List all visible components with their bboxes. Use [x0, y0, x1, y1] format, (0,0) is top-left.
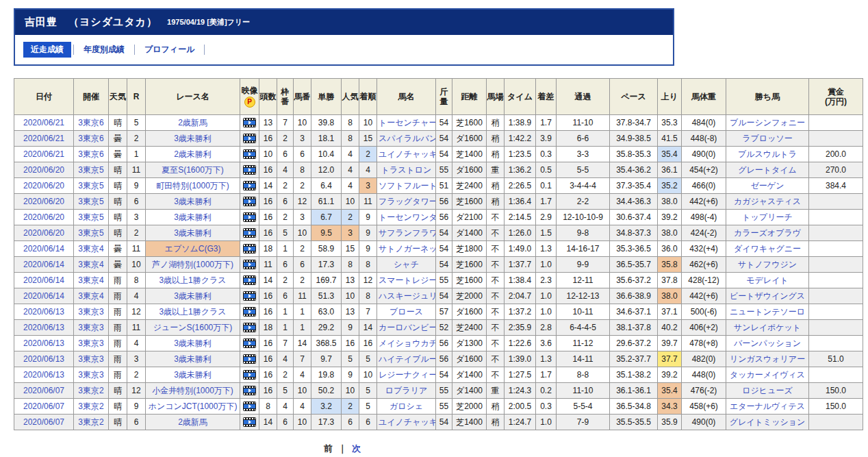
date-link[interactable]: 2020/06/13 — [23, 307, 64, 317]
date-link[interactable]: 2020/06/07 — [23, 417, 64, 427]
winner-link[interactable]: リンガスウォリアー — [730, 354, 805, 364]
horse-link[interactable]: トラストロン — [381, 165, 432, 175]
venue-link[interactable]: 3東京3 — [78, 338, 103, 348]
venue-link[interactable]: 3東京2 — [78, 417, 103, 427]
video-icon[interactable] — [243, 338, 256, 348]
race_name-link[interactable]: 3歳以上1勝クラス — [159, 307, 226, 317]
video-icon[interactable] — [243, 134, 256, 143]
horse-link[interactable]: ブロース — [390, 307, 423, 317]
video-icon[interactable] — [243, 149, 256, 159]
winner-link[interactable]: サトノフウジン — [738, 260, 797, 269]
video-icon[interactable] — [243, 260, 256, 269]
horse-link[interactable]: トーセンワンダー — [379, 212, 436, 222]
race_name-link[interactable]: 3歳未勝利 — [174, 354, 212, 364]
race_name-link[interactable]: ジューンS(1600万下) — [153, 323, 233, 332]
video-icon[interactable] — [243, 165, 256, 175]
race_name-link[interactable]: 3歳未勝利 — [174, 228, 212, 238]
race_name-link[interactable]: 3歳未勝利 — [174, 291, 212, 301]
venue-link[interactable]: 3東京5 — [78, 165, 103, 175]
winner-link[interactable]: カガジャスティス — [734, 197, 801, 206]
race_name-link[interactable]: 3歳以上1勝クラス — [159, 275, 226, 285]
horse-link[interactable]: ハスキージュリー — [379, 291, 436, 301]
winner-link[interactable]: ゼーゲン — [751, 181, 784, 190]
horse-link[interactable]: スパイラルバンブー — [379, 134, 436, 143]
race_name-link[interactable]: 3歳未勝利 — [174, 370, 212, 380]
winner-link[interactable]: ブルーシンフォニー — [730, 118, 805, 127]
video-icon[interactable] — [243, 386, 256, 395]
video-icon[interactable] — [243, 323, 256, 332]
video-icon[interactable] — [243, 181, 256, 190]
winner-link[interactable]: ニュートンテソーロ — [730, 307, 805, 317]
horse-link[interactable]: カーロバンビーナ — [379, 323, 436, 332]
video-icon[interactable] — [243, 291, 256, 301]
video-icon[interactable] — [243, 370, 256, 380]
horse-link[interactable]: ユイノチャッキー — [379, 149, 436, 159]
winner-link[interactable]: モデレイト — [746, 275, 788, 285]
venue-link[interactable]: 3東京3 — [78, 354, 103, 364]
date-link[interactable]: 2020/06/20 — [23, 197, 64, 206]
tab-yearly-results[interactable]: 年度別成績 — [76, 42, 132, 58]
venue-link[interactable]: 3東京2 — [78, 386, 103, 395]
horse-link[interactable]: トーセンチャールズ — [379, 118, 436, 127]
video-icon[interactable] — [243, 197, 256, 206]
race_name-link[interactable]: ホンコンJCT(1000万下) — [149, 402, 238, 411]
race_name-link[interactable]: 町田特別(1000万下) — [156, 181, 229, 190]
winner-link[interactable]: グレートタイム — [738, 165, 797, 175]
date-link[interactable]: 2020/06/20 — [23, 181, 64, 190]
video-icon[interactable] — [243, 307, 256, 317]
venue-link[interactable]: 3東京6 — [78, 134, 103, 143]
race_name-link[interactable]: 芦ノ湖特別(1000万下) — [152, 260, 233, 269]
venue-link[interactable]: 3東京4 — [78, 260, 103, 269]
video-icon[interactable] — [243, 417, 256, 427]
winner-link[interactable]: ロジヒューズ — [742, 386, 792, 395]
horse-link[interactable]: ガロシェ — [390, 402, 423, 411]
race_name-link[interactable]: エプソムC(G3) — [165, 244, 221, 254]
video-icon[interactable] — [243, 354, 256, 364]
video-icon[interactable] — [243, 402, 256, 411]
venue-link[interactable]: 3東京5 — [78, 197, 103, 206]
winner-link[interactable]: ビートザウイングス — [730, 291, 805, 301]
date-link[interactable]: 2020/06/13 — [23, 370, 64, 380]
horse-link[interactable]: ユイノチャッキー — [379, 417, 436, 427]
race_name-link[interactable]: 3歳未勝利 — [174, 197, 212, 206]
winner-link[interactable]: タッカーメイヴィス — [730, 370, 805, 380]
video-icon[interactable] — [243, 228, 256, 238]
date-link[interactable]: 2020/06/21 — [23, 149, 64, 159]
horse-link[interactable]: フラッグタワー — [379, 197, 436, 206]
date-link[interactable]: 2020/06/20 — [23, 165, 64, 175]
venue-link[interactable]: 3東京6 — [78, 118, 103, 127]
winner-link[interactable]: ラブロッソー — [742, 134, 792, 143]
horse-link[interactable]: ソフトフルート — [379, 181, 436, 190]
venue-link[interactable]: 3東京3 — [78, 370, 103, 380]
winner-link[interactable]: トップリーチ — [742, 212, 792, 222]
date-link[interactable]: 2020/06/14 — [23, 244, 64, 254]
race_name-link[interactable]: 3歳未勝利 — [174, 212, 212, 222]
winner-link[interactable]: サンレイポケット — [734, 323, 801, 332]
horse-link[interactable]: メイショウカチゴマ — [379, 338, 436, 348]
venue-link[interactable]: 3東京6 — [78, 149, 103, 159]
winner-link[interactable]: ブルスウルトラ — [738, 149, 797, 159]
date-link[interactable]: 2020/06/07 — [23, 402, 64, 411]
date-link[interactable]: 2020/06/20 — [23, 228, 64, 238]
date-link[interactable]: 2020/06/13 — [23, 338, 64, 348]
race_name-link[interactable]: 夏至S(1600万下) — [162, 165, 224, 175]
race_name-link[interactable]: 2歳未勝利 — [174, 149, 212, 159]
winner-link[interactable]: ダイワキャグニー — [734, 244, 801, 254]
venue-link[interactable]: 3東京5 — [78, 181, 103, 190]
venue-link[interactable]: 3東京3 — [78, 323, 103, 332]
date-link[interactable]: 2020/06/14 — [23, 291, 64, 301]
horse-link[interactable]: シャチ — [394, 260, 419, 269]
date-link[interactable]: 2020/06/13 — [23, 354, 64, 364]
video-icon[interactable] — [243, 212, 256, 222]
race_name-link[interactable]: 3歳未勝利 — [174, 338, 212, 348]
date-link[interactable]: 2020/06/21 — [23, 134, 64, 143]
horse-link[interactable]: ロブラリア — [385, 386, 427, 395]
venue-link[interactable]: 3東京4 — [78, 244, 103, 254]
date-link[interactable]: 2020/06/13 — [23, 323, 64, 332]
date-link[interactable]: 2020/06/14 — [23, 275, 64, 285]
venue-link[interactable]: 3東京2 — [78, 402, 103, 411]
video-icon[interactable] — [243, 244, 256, 254]
winner-link[interactable]: グレイトミッション — [730, 417, 806, 427]
horse-link[interactable]: ハイテイブルース — [379, 354, 436, 364]
date-link[interactable]: 2020/06/20 — [23, 212, 64, 222]
